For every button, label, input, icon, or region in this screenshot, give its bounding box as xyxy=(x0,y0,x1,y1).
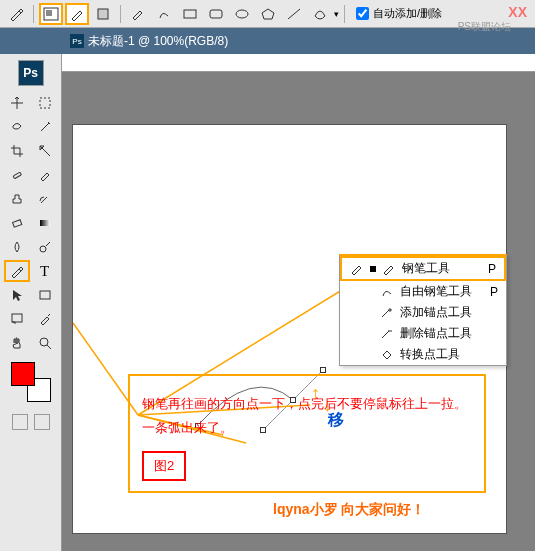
polygon-shape[interactable] xyxy=(256,3,280,25)
options-bar: ▾ 自动添加/删除 xyxy=(0,0,535,28)
tools-panel: Ps T xyxy=(0,54,62,551)
notes-tool[interactable] xyxy=(4,308,30,330)
pen-tool[interactable] xyxy=(4,260,30,282)
color-swatches[interactable] xyxy=(11,362,51,402)
gradient-tool[interactable] xyxy=(32,212,58,234)
custom-shape[interactable] xyxy=(308,3,332,25)
svg-point-16 xyxy=(40,338,48,346)
svg-rect-8 xyxy=(40,98,50,108)
flyout-delete-anchor[interactable]: 删除锚点工具 xyxy=(340,323,506,344)
auto-add-delete-checkbox[interactable] xyxy=(356,7,369,20)
pen-icon xyxy=(132,8,144,20)
freeform-pen-icon xyxy=(380,285,394,299)
svg-rect-14 xyxy=(40,291,50,299)
line-shape[interactable] xyxy=(282,3,306,25)
fill-pixels-mode[interactable] xyxy=(91,3,115,25)
flyout-shortcut: P xyxy=(476,262,496,276)
flyout-convert-point[interactable]: 转换点工具 xyxy=(340,344,506,365)
crop-icon xyxy=(10,144,24,158)
dropdown-arrow[interactable]: ▾ xyxy=(334,9,339,19)
instruction-line-2: 一条弧出来了。 xyxy=(142,416,472,439)
pen-shape[interactable] xyxy=(126,3,150,25)
pen-icon xyxy=(350,262,364,276)
instruction-callout: 钢笔再往画的方向点一下，点完后不要停鼠标往上一拉。 一条弧出来了。 图2 xyxy=(128,374,486,493)
document-title: 未标题-1 @ 100%(RGB/8) xyxy=(88,33,228,50)
blur-icon xyxy=(10,240,24,254)
svg-rect-1 xyxy=(46,10,52,16)
pen-icon xyxy=(382,262,396,276)
wand-icon xyxy=(38,120,52,134)
move-tool[interactable] xyxy=(4,92,30,114)
eraser-tool[interactable] xyxy=(4,212,30,234)
svg-rect-15 xyxy=(12,314,22,322)
shape-tool[interactable] xyxy=(32,284,58,306)
lasso-tool[interactable] xyxy=(4,116,30,138)
flyout-freeform-pen[interactable]: 自由钢笔工具 P xyxy=(340,281,506,302)
document-tab-bar: Ps 未标题-1 @ 100%(RGB/8) xyxy=(0,28,535,54)
svg-point-5 xyxy=(236,10,248,18)
svg-rect-3 xyxy=(184,10,196,18)
document-tab[interactable]: Ps 未标题-1 @ 100%(RGB/8) xyxy=(70,33,228,50)
brush-icon xyxy=(38,168,52,182)
auto-add-delete-label: 自动添加/删除 xyxy=(373,6,442,21)
slice-tool[interactable] xyxy=(32,140,58,162)
hand-tool[interactable] xyxy=(4,332,30,354)
paths-mode[interactable] xyxy=(65,3,89,25)
heal-icon xyxy=(10,168,24,182)
pen-icon xyxy=(9,7,23,21)
screen-mode[interactable] xyxy=(34,414,50,430)
blur-tool[interactable] xyxy=(4,236,30,258)
paths-icon xyxy=(70,7,84,21)
svg-rect-9 xyxy=(13,172,21,179)
rectangle-shape[interactable] xyxy=(178,3,202,25)
shape-layers-icon xyxy=(43,7,59,21)
author-signature: lqyna小罗 向大家问好！ xyxy=(273,501,425,519)
type-icon: T xyxy=(40,263,49,280)
dodge-icon xyxy=(38,240,52,254)
brush-tool[interactable] xyxy=(32,164,58,186)
pen-tool-option[interactable] xyxy=(4,3,28,25)
path-select-tool[interactable] xyxy=(4,284,30,306)
svg-rect-10 xyxy=(12,220,21,227)
move-icon xyxy=(10,96,24,110)
canvas-area: 移 ↑ ↓ 钢笔再往画的方向点一下，点完后不要停鼠标往上一拉。 一条弧出来了。 … xyxy=(62,54,535,551)
eraser-icon xyxy=(10,216,24,230)
svg-rect-2 xyxy=(98,9,108,19)
rounded-rect-shape[interactable] xyxy=(204,3,228,25)
line-icon xyxy=(287,8,301,20)
history-brush-icon xyxy=(38,192,52,206)
rect-icon xyxy=(38,288,52,302)
flyout-label: 自由钢笔工具 xyxy=(400,283,472,300)
quick-mask[interactable] xyxy=(12,414,28,430)
flyout-label: 钢笔工具 xyxy=(402,260,450,277)
watermark-red: XX xyxy=(508,4,527,20)
pen-tool-flyout: 钢笔工具 P 自由钢笔工具 P 添加锚点工具 删除锚点工具 xyxy=(339,254,507,366)
flyout-pen-tool[interactable]: 钢笔工具 P xyxy=(340,256,506,281)
arrow-icon xyxy=(10,288,24,302)
ellipse-shape[interactable] xyxy=(230,3,254,25)
history-brush-tool[interactable] xyxy=(32,188,58,210)
crop-tool[interactable] xyxy=(4,140,30,162)
rect-icon xyxy=(183,8,197,20)
flyout-label: 删除锚点工具 xyxy=(400,325,472,342)
type-tool[interactable]: T xyxy=(32,260,58,282)
convert-icon xyxy=(380,348,394,362)
flyout-add-anchor[interactable]: 添加锚点工具 xyxy=(340,302,506,323)
marquee-tool[interactable] xyxy=(32,92,58,114)
handle-point-2 xyxy=(320,367,326,373)
wand-tool[interactable] xyxy=(32,116,58,138)
notes-icon xyxy=(10,312,24,326)
rounded-rect-icon xyxy=(209,8,223,20)
svg-line-13 xyxy=(46,242,50,246)
foreground-color[interactable] xyxy=(11,362,35,386)
instruction-line-1: 钢笔再往画的方向点一下，点完后不要停鼠标往上一拉。 xyxy=(142,392,472,415)
stamp-tool[interactable] xyxy=(4,188,30,210)
dodge-tool[interactable] xyxy=(32,236,58,258)
heal-tool[interactable] xyxy=(4,164,30,186)
svg-line-17 xyxy=(47,345,51,349)
shape-layers-mode[interactable] xyxy=(39,3,63,25)
zoom-tool[interactable] xyxy=(32,332,58,354)
stamp-icon xyxy=(10,192,24,206)
freeform-pen-shape[interactable] xyxy=(152,3,176,25)
eyedropper-tool[interactable] xyxy=(32,308,58,330)
